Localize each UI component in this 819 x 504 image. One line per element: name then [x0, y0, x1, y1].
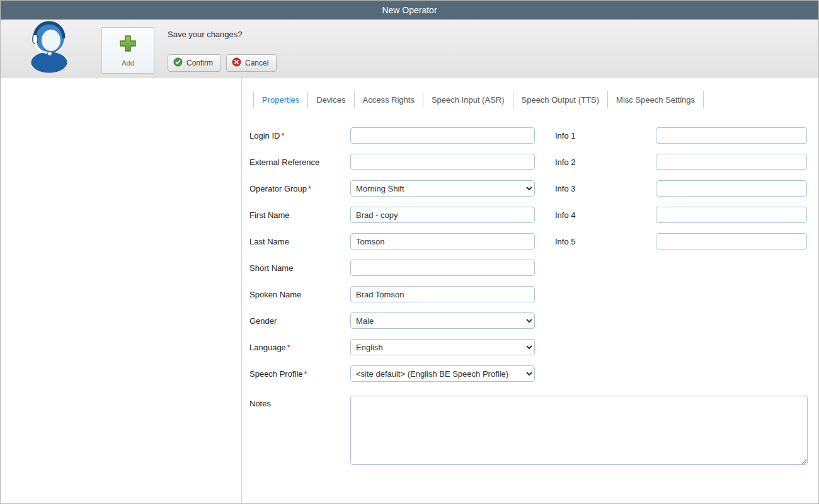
save-prompt: Save your changes?	[168, 30, 277, 39]
gender-label: Gender	[249, 316, 350, 326]
form-row: Notes	[249, 396, 818, 465]
short-name-label: Short Name	[249, 263, 350, 273]
first-name-label: First Name	[249, 210, 350, 220]
tab-properties[interactable]: Properties	[253, 91, 308, 108]
last-name-label: Last Name	[249, 237, 350, 246]
tab-bar: Properties Devices Access Rights Speech …	[253, 91, 818, 108]
confirm-button[interactable]: Confirm	[168, 54, 221, 72]
tab-access-rights[interactable]: Access Rights	[355, 91, 423, 108]
form-row: Short Name	[249, 260, 818, 276]
required-marker: *	[308, 184, 311, 193]
form-row: Info 3	[555, 180, 807, 197]
spoken-name-input[interactable]	[350, 286, 535, 302]
red-x-circle-icon	[232, 57, 241, 69]
tab-misc-speech-settings[interactable]: Misc Speech Settings	[608, 91, 704, 108]
notes-textarea[interactable]	[350, 396, 808, 465]
form-row: Info 5	[555, 233, 807, 249]
language-label: Language*	[249, 343, 350, 352]
operator-group-label: Operator Group*	[249, 184, 350, 193]
form-row: Info 4	[555, 207, 807, 223]
form-row: Language* English	[249, 339, 818, 355]
external-reference-input[interactable]	[350, 154, 535, 170]
cancel-button-label: Cancel	[245, 59, 268, 67]
login-id-label: Login ID*	[249, 131, 350, 140]
short-name-input[interactable]	[350, 260, 535, 276]
titlebar: New Operator	[1, 1, 818, 20]
tab-speech-input-asr[interactable]: Speech Input (ASR)	[423, 91, 513, 108]
window-title: New Operator	[382, 5, 437, 15]
speech-profile-label: Speech Profile*	[249, 369, 350, 379]
green-plus-icon	[118, 34, 137, 55]
gender-select[interactable]: Male	[350, 312, 535, 329]
form-row: Gender Male	[249, 312, 818, 329]
login-id-input[interactable]	[350, 127, 535, 144]
main-panel: Properties Devices Access Rights Speech …	[242, 77, 818, 503]
last-name-input[interactable]	[350, 233, 535, 249]
form-row: Info 2	[555, 154, 807, 170]
required-marker: *	[304, 369, 307, 379]
required-marker: *	[281, 131, 284, 140]
app-window: New Operator	[0, 0, 819, 504]
confirm-button-label: Confirm	[186, 59, 213, 67]
info4-label: Info 4	[555, 210, 656, 220]
info4-input[interactable]	[656, 207, 807, 223]
left-panel	[1, 77, 242, 503]
language-select[interactable]: English	[350, 339, 535, 355]
info1-input[interactable]	[656, 127, 807, 144]
spoken-name-label: Spoken Name	[249, 290, 350, 299]
operator-headset-icon	[28, 16, 70, 74]
info-column: Info 1 Info 2 Info 3 Info 4	[555, 127, 807, 260]
operator-group-select[interactable]: Morning Shift	[350, 180, 535, 197]
info2-input[interactable]	[656, 154, 807, 170]
info5-input[interactable]	[656, 233, 807, 249]
tab-devices[interactable]: Devices	[308, 91, 354, 108]
notes-label: Notes	[249, 396, 350, 408]
green-check-circle-icon	[173, 57, 183, 69]
first-name-input[interactable]	[350, 207, 535, 223]
info3-label: Info 3	[555, 184, 656, 193]
content-area: Properties Devices Access Rights Speech …	[1, 77, 818, 503]
form-row: Info 1	[555, 127, 807, 144]
form-row: Speech Profile* <site default> (English …	[249, 365, 818, 382]
save-changes-area: Save your changes? Confirm	[168, 30, 277, 72]
required-marker: *	[287, 343, 290, 352]
info2-label: Info 2	[555, 158, 656, 167]
properties-form: Login ID* External Reference Operator Gr…	[249, 127, 818, 465]
add-button[interactable]: Add	[101, 27, 154, 74]
speech-profile-select[interactable]: <site default> (English BE Speech Profil…	[350, 365, 535, 382]
info5-label: Info 5	[555, 237, 656, 246]
tab-speech-output-tts[interactable]: Speech Output (TTS)	[513, 91, 609, 108]
toolbar: Add Save your changes? Confirm	[1, 20, 818, 77]
form-row: Spoken Name	[249, 286, 818, 302]
add-button-label: Add	[122, 59, 134, 67]
info1-label: Info 1	[555, 131, 656, 140]
info3-input[interactable]	[656, 180, 807, 197]
cancel-button[interactable]: Cancel	[226, 54, 277, 72]
external-reference-label: External Reference	[249, 158, 350, 167]
